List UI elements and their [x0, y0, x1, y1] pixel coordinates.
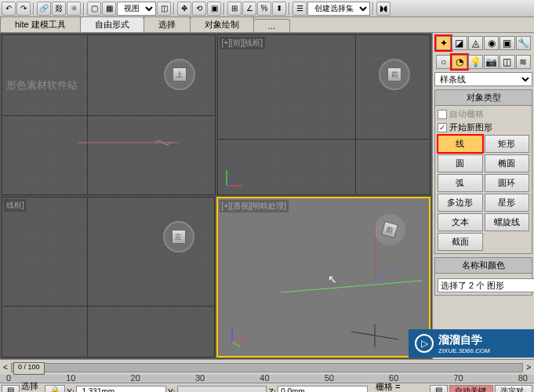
spacewarps-subtab[interactable]: ≋: [516, 55, 531, 69]
x-label: X:: [67, 387, 74, 393]
select-button[interactable]: ▢: [87, 2, 101, 16]
star-button[interactable]: 星形: [485, 194, 530, 212]
name-color-header[interactable]: 名称和颜色: [434, 257, 532, 274]
donut-button[interactable]: 圆环: [485, 174, 530, 192]
viewcube-left[interactable]: 左: [163, 221, 194, 252]
z-label: Z:: [268, 387, 276, 393]
play-icon: ▷: [415, 334, 434, 353]
autokey-button[interactable]: 自动关键点: [449, 385, 493, 393]
svg-line-8: [281, 281, 422, 292]
text-button[interactable]: 文本: [438, 213, 483, 231]
watermark-text: 形色素材软件站: [6, 78, 78, 93]
redo-button[interactable]: ↷: [16, 2, 31, 16]
motion-tab[interactable]: ◉: [484, 36, 499, 50]
svg-line-14: [232, 342, 240, 347]
svg-line-9: [375, 269, 391, 281]
category-dropdown[interactable]: 样条线: [434, 72, 532, 86]
timeline[interactable]: < 0 / 100 >: [0, 359, 534, 375]
arc-button[interactable]: 弧: [438, 174, 483, 192]
x-coord-input[interactable]: [76, 386, 166, 393]
maxscript-button[interactable]: ▤: [2, 385, 20, 393]
utilities-tab[interactable]: 🔧: [516, 36, 531, 50]
y-label: Y:: [168, 387, 176, 393]
viewport-perspective[interactable]: [+][透视][明暗处理] 前 ↖: [216, 197, 431, 358]
snap-button[interactable]: ⊞: [227, 2, 242, 16]
grid-status: 栅格 = 100.0mm: [376, 381, 429, 392]
axis-gizmo-icon: [226, 325, 249, 348]
object-name-input[interactable]: [438, 278, 534, 292]
scale-button[interactable]: ▣: [207, 2, 221, 16]
modify-tab[interactable]: ◪: [452, 36, 467, 50]
mirror-button[interactable]: ◗◖: [376, 2, 391, 16]
undo-button[interactable]: ↶: [2, 2, 16, 16]
line-button[interactable]: 线: [438, 135, 483, 153]
startnew-checkbox[interactable]: ✓: [438, 123, 447, 132]
create-tab[interactable]: ✦: [436, 36, 451, 50]
helix-button[interactable]: 螺旋线: [485, 213, 530, 231]
object-type-header[interactable]: 对象类型: [434, 89, 532, 106]
time-slider[interactable]: 0 / 100: [11, 363, 523, 372]
ngon-button[interactable]: 多边形: [438, 194, 483, 212]
viewport-persp-label: [+][透视][明暗处理]: [220, 200, 289, 212]
viewport-front[interactable]: [+][前][线框] 前: [217, 34, 431, 195]
hierarchy-tab[interactable]: ◬: [468, 36, 483, 50]
move-button[interactable]: ✥: [177, 2, 191, 16]
link-button[interactable]: 🔗: [37, 2, 51, 16]
lock-button[interactable]: 🔒: [45, 385, 65, 393]
viewcube-top[interactable]: 上: [164, 59, 195, 90]
watermark-banner: ▷ 溜溜自学 ZIXUE.3D66.COM: [409, 329, 534, 358]
shapes-subtab[interactable]: ◔: [452, 55, 467, 69]
percent-snap-button[interactable]: %: [257, 2, 271, 16]
svg-line-5: [227, 178, 234, 186]
tab-freeform[interactable]: 自由形式: [80, 16, 144, 32]
y-coord-input[interactable]: [177, 386, 267, 393]
autogrid-label: 自动栅格: [449, 108, 484, 120]
time-marker[interactable]: 0 / 100: [13, 362, 45, 375]
autogrid-checkbox[interactable]: [438, 110, 447, 119]
view-dropdown[interactable]: 视图: [117, 2, 156, 16]
bind-button[interactable]: ⚛: [67, 2, 81, 16]
section-button[interactable]: 截面: [438, 233, 483, 251]
named-selection-dropdown[interactable]: 创建选择集: [307, 2, 370, 16]
circle-button[interactable]: 圆: [438, 154, 483, 172]
z-coord-input[interactable]: [278, 386, 368, 393]
helpers-subtab[interactable]: ◫: [499, 55, 514, 69]
named-sel-button[interactable]: ☰: [292, 2, 307, 16]
tab-more[interactable]: ...: [253, 19, 290, 32]
tab-paint[interactable]: 对象绘制: [190, 16, 254, 32]
viewport-top[interactable]: 形色素材软件站 上: [2, 34, 216, 195]
filter-button[interactable]: ▦: [102, 2, 116, 16]
viewport-left[interactable]: 线框] 左: [2, 197, 215, 358]
rotate-button[interactable]: ⟲: [192, 2, 206, 16]
lights-subtab[interactable]: 💡: [468, 55, 483, 69]
angle-snap-button[interactable]: ∠: [242, 2, 256, 16]
tab-select[interactable]: 选择: [143, 16, 191, 32]
unlink-button[interactable]: ⛓: [52, 2, 66, 16]
display-tab[interactable]: ▣: [499, 36, 514, 50]
ellipse-button[interactable]: 椭圆: [485, 154, 530, 172]
select-region-button[interactable]: ◫: [157, 2, 171, 16]
tab-modeling[interactable]: hite 建模工具: [0, 16, 81, 32]
cameras-subtab[interactable]: 📷: [484, 55, 499, 69]
startnew-label: 开始新图形: [449, 122, 492, 133]
rectangle-button[interactable]: 矩形: [485, 135, 530, 153]
addkey-button[interactable]: ▤: [430, 385, 448, 393]
select-object-button[interactable]: 选定对象: [495, 385, 532, 393]
cursor-icon: ↖: [328, 273, 337, 285]
svg-line-12: [232, 339, 245, 342]
geometry-subtab[interactable]: ○: [436, 55, 451, 69]
axis-gizmo-icon: [223, 166, 246, 190]
perspective-content: [257, 214, 431, 347]
viewcube-front[interactable]: 前: [379, 59, 410, 90]
selection-status: 选择了: [21, 380, 43, 393]
spinner-snap-button[interactable]: ⬍: [272, 2, 286, 16]
